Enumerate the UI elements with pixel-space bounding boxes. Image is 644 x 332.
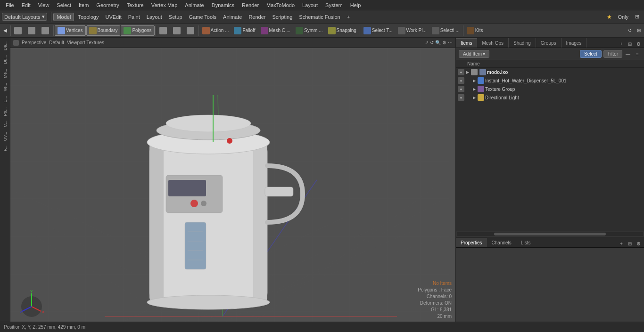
rb-add-icon[interactable]: + <box>618 240 625 247</box>
item-row-dirlight[interactable]: ● ▶ Directional Light <box>456 93 644 102</box>
menu-select[interactable]: Select <box>53 1 75 9</box>
mode-vertices[interactable]: Vertices <box>55 25 86 36</box>
tab-groups[interactable]: Groups <box>536 38 561 48</box>
tab-uvedit[interactable]: UVEdit <box>102 13 124 21</box>
tool-work-pl[interactable]: Work Pl... <box>396 25 429 36</box>
expand-button[interactable]: ⊞ <box>632 13 642 21</box>
menu-maxtomode[interactable]: MaxToModo <box>263 1 298 9</box>
sidebar-item-po[interactable]: Po... <box>2 105 8 118</box>
menu-layout[interactable]: Layout <box>298 1 322 9</box>
tab-setup[interactable]: Setup <box>166 13 185 21</box>
menu-geometry[interactable]: Geometry <box>92 1 123 9</box>
sidebar-item-uv[interactable]: UV... <box>2 130 8 143</box>
expand-view-btn[interactable]: ⊞ <box>635 25 643 36</box>
tab-render[interactable]: Render <box>246 13 268 21</box>
tab-paint[interactable]: Paint <box>125 13 143 21</box>
tool-falloff[interactable]: Falloff <box>231 25 257 36</box>
tab-settings-icon[interactable]: ⚙ <box>635 40 642 48</box>
menu-system[interactable]: System <box>322 1 347 9</box>
menu-help[interactable]: Help <box>347 1 365 9</box>
viewport-default-label[interactable]: Default <box>49 40 64 45</box>
viewport-icon-expand[interactable]: ↗ <box>425 40 429 45</box>
tab-model[interactable]: Model <box>53 13 74 21</box>
menu-render[interactable]: Render <box>238 1 263 9</box>
sidebar-item-c[interactable]: C... <box>2 119 8 129</box>
items-select-button[interactable]: Select <box>580 50 602 58</box>
menu-item[interactable]: Item <box>75 1 92 9</box>
layout-dropdown[interactable]: Default Layouts ▾ <box>2 13 47 21</box>
items-scrollbar[interactable] <box>457 232 643 236</box>
item-expand-dispenser[interactable]: ▶ <box>472 78 477 83</box>
tool-sq2[interactable] <box>171 25 184 36</box>
tab-layout[interactable]: Layout <box>144 13 165 21</box>
menu-texture[interactable]: Texture <box>123 1 148 9</box>
tab-add-icon[interactable]: + <box>618 40 625 48</box>
item-vis-dispenser[interactable]: ● <box>458 77 464 84</box>
mode-boundary[interactable]: Boundary <box>86 25 121 36</box>
tool-symm[interactable]: Symm ... <box>293 25 325 36</box>
menu-edit[interactable]: Edit <box>18 1 34 9</box>
sidebar-item-de[interactable]: De... <box>2 40 8 52</box>
tab-properties[interactable]: Properties <box>456 238 487 247</box>
viewport-textures-label[interactable]: Viewport Textures <box>67 40 104 45</box>
tab-add[interactable]: + <box>344 13 353 21</box>
tab-channels[interactable]: Channels <box>487 238 516 247</box>
tab-shading[interactable]: Shading <box>509 38 536 48</box>
tab-mesh-ops[interactable]: Mesh Ops <box>477 38 509 48</box>
viewport-canvas[interactable]: No Items Polygons : Face Channels: 0 Def… <box>10 48 455 322</box>
menu-animate[interactable]: Animate <box>181 1 207 9</box>
rb-expand-icon[interactable]: ⊞ <box>626 240 634 247</box>
tab-items[interactable]: Items <box>456 38 477 48</box>
tool-sq1[interactable] <box>157 25 170 36</box>
item-row-dispenser[interactable]: ● ▶ Instant_Hot_Water_Dispenser_5L_001 <box>456 76 644 85</box>
tab-topology[interactable]: Topology <box>75 13 101 21</box>
tool-transform[interactable] <box>39 25 52 36</box>
tool-kits[interactable]: Kits <box>464 25 486 36</box>
item-row-modo[interactable]: ● ▶ modo.lxo <box>456 68 644 76</box>
rotate-view-btn[interactable]: ↺ <box>626 25 634 36</box>
tool-selecti[interactable]: Selecti ... <box>429 25 462 36</box>
viewport-toggle-btn[interactable] <box>13 40 19 46</box>
mode-polygons[interactable]: Polygons <box>121 25 154 36</box>
viewport-perspective-label[interactable]: Perspective <box>22 40 46 45</box>
tool-snapping[interactable]: Snapping <box>326 25 359 36</box>
tool-origin[interactable] <box>12 25 25 36</box>
tab-scripting[interactable]: Scripting <box>270 13 296 21</box>
item-vis-modo[interactable]: ● <box>458 69 464 75</box>
tab-animate[interactable]: Animate <box>220 13 245 21</box>
viewport-icon-zoom[interactable]: 🔍 <box>435 40 441 45</box>
items-more-icon[interactable]: ≡ <box>634 50 641 58</box>
viewport-icon-rotate[interactable]: ↺ <box>430 40 434 45</box>
tab-images[interactable]: Images <box>561 38 587 48</box>
item-expand-modo[interactable]: ▶ <box>465 70 470 74</box>
sidebar-item-du[interactable]: Du... <box>2 53 8 66</box>
tool-circle[interactable] <box>25 25 39 36</box>
tab-lists[interactable]: Lists <box>516 238 536 247</box>
left-panel-toggle[interactable]: ◀ <box>1 25 9 36</box>
sidebar-item-e[interactable]: E... <box>2 94 8 105</box>
sidebar-item-me[interactable]: Me... <box>2 67 8 80</box>
tool-mesh-c[interactable]: Mesh C ... <box>258 25 293 36</box>
sidebar-item-f[interactable]: F... <box>2 144 8 153</box>
tool-action[interactable]: Action ... <box>200 25 231 36</box>
items-filter-button[interactable]: Filter <box>603 50 622 58</box>
items-minus-icon[interactable]: — <box>624 50 632 58</box>
menu-view[interactable]: View <box>34 1 53 9</box>
only-button[interactable]: Only <box>615 13 631 21</box>
add-item-button[interactable]: Add Item ▾ <box>459 50 489 58</box>
item-vis-dirlight[interactable]: ● <box>458 94 464 101</box>
menu-dynamics[interactable]: Dynamics <box>208 1 238 9</box>
tab-schematic-fusion[interactable]: Schematic Fusion <box>296 13 343 21</box>
viewport-icon-settings[interactable]: ⚙ <box>442 40 446 45</box>
tool-select-t[interactable]: Select T... <box>361 25 395 36</box>
item-row-texgroup[interactable]: ● ▶ Texture Group <box>456 85 644 93</box>
item-expand-texgroup[interactable]: ▶ <box>472 87 477 91</box>
item-expand-dirlight[interactable]: ▶ <box>472 95 477 100</box>
sidebar-item-ve[interactable]: Ve... <box>2 81 8 93</box>
rb-settings-icon[interactable]: ⚙ <box>635 240 642 247</box>
tab-game-tools[interactable]: Game Tools <box>186 13 220 21</box>
item-vis-texgroup[interactable]: ● <box>458 86 464 92</box>
menu-vertex-map[interactable]: Vertex Map <box>148 1 182 9</box>
menu-file[interactable]: File <box>2 1 18 9</box>
tab-expand-icon[interactable]: ⊞ <box>626 40 634 48</box>
